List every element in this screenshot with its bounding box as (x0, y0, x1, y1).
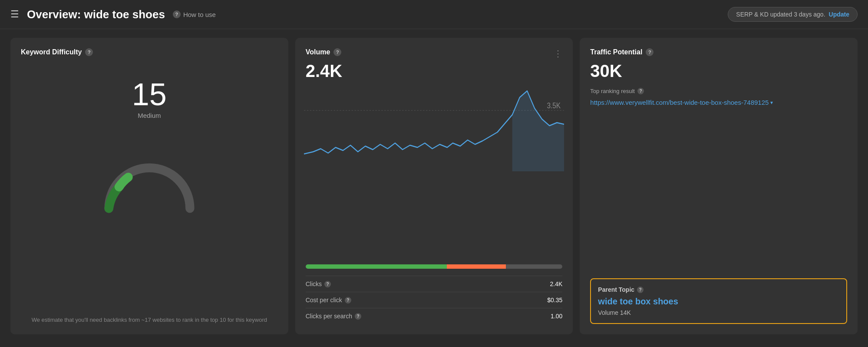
parent-topic-volume: Volume 14K (598, 309, 839, 316)
volume-value: 2.4K (306, 61, 563, 81)
keyword-difficulty-card: Keyword Difficulty ? 15 Medium We estima… (10, 38, 288, 334)
top-ranking-url[interactable]: https://www.verywellfit.com/best-wide-to… (590, 98, 847, 107)
kd-help-icon[interactable]: ? (85, 48, 93, 56)
top-ranking-url-text: https://www.verywellfit.com/best-wide-to… (590, 98, 769, 107)
gauge-svg (97, 156, 201, 217)
main-content: Keyword Difficulty ? 15 Medium We estima… (0, 29, 868, 343)
cost-per-click-value: $0.35 (547, 297, 562, 304)
update-badge: SERP & KD updated 3 days ago. Update (728, 7, 858, 22)
chart-area: 3.5K (304, 84, 564, 260)
header: ☰ Overview: wide toe shoes ? How to use … (0, 0, 868, 29)
menu-icon[interactable]: ☰ (10, 10, 19, 19)
svg-text:3.5K: 3.5K (547, 101, 561, 110)
volume-title: Volume ? (306, 48, 563, 56)
update-button[interactable]: Update (829, 11, 849, 18)
cps-help-icon[interactable]: ? (355, 313, 361, 320)
page-title: Overview: wide toe shoes (27, 8, 165, 21)
url-chevron-icon: ▾ (770, 99, 773, 107)
progress-orange (447, 264, 506, 269)
traffic-potential-value: 30K (590, 61, 847, 81)
kd-level: Medium (138, 112, 161, 119)
how-to-use-button[interactable]: ? How to use (173, 10, 216, 18)
gauge-center: 15 Medium (132, 79, 167, 119)
top-ranking-help-icon[interactable]: ? (637, 88, 644, 94)
parent-topic-label: Parent Topic ? (598, 286, 839, 293)
how-to-use-label: How to use (183, 11, 216, 18)
volume-help-icon[interactable]: ? (333, 48, 341, 56)
kd-description: We estimate that you'll need backlinks f… (21, 316, 278, 324)
keyword-difficulty-title: Keyword Difficulty ? (21, 48, 278, 56)
parent-topic-volume-value: 14K (620, 309, 631, 316)
update-status-text: SERP & KD updated 3 days ago. (736, 11, 825, 18)
tp-help-icon[interactable]: ? (646, 48, 653, 56)
parent-topic-link[interactable]: wide toe box shoes (598, 297, 839, 307)
volume-card: Volume ? ⋮ 2.4K 3.5K Clicks ? (295, 38, 573, 334)
parent-topic-box: Parent Topic ? wide toe box shoes Volume… (590, 278, 847, 324)
clicks-help-icon[interactable]: ? (324, 281, 331, 287)
kd-score: 15 (132, 79, 167, 110)
traffic-potential-title: Traffic Potential ? (590, 48, 847, 56)
top-ranking-label: Top ranking result ? (590, 88, 847, 94)
clicks-per-search-row: Clicks per search ? 1.00 (306, 308, 563, 324)
clicks-per-search-label: Clicks per search (306, 313, 352, 320)
volume-more-icon[interactable]: ⋮ (554, 48, 562, 59)
cost-per-click-row: Cost per click ? $0.35 (306, 292, 563, 308)
clicks-label: Clicks (306, 280, 322, 287)
parent-topic-help-icon[interactable]: ? (637, 287, 644, 293)
how-to-use-icon: ? (173, 10, 181, 18)
cpc-help-icon[interactable]: ? (345, 297, 351, 304)
volume-progress-bar (306, 264, 563, 269)
traffic-potential-card: Traffic Potential ? 30K Top ranking resu… (580, 38, 858, 334)
gauge-container: 15 Medium (21, 66, 278, 307)
clicks-value: 2.4K (550, 280, 563, 287)
clicks-per-search-value: 1.00 (551, 313, 562, 320)
volume-chart: 3.5K (304, 84, 564, 171)
cost-per-click-label: Cost per click (306, 297, 342, 304)
clicks-row: Clicks ? 2.4K (306, 276, 563, 292)
progress-green (306, 264, 447, 269)
